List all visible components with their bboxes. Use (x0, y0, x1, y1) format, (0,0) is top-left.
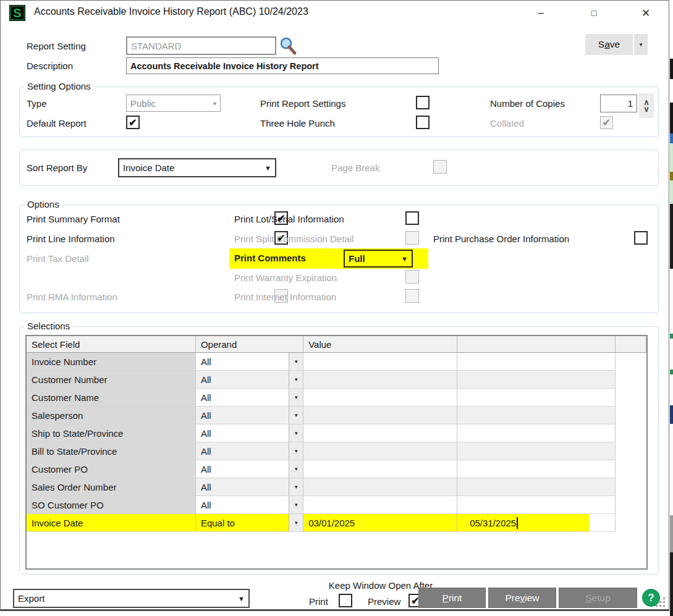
value2-cell[interactable]: 05/31/2025 (457, 514, 616, 532)
chevron-down-icon[interactable]: ▾ (289, 389, 303, 406)
value2-cell[interactable] (457, 407, 616, 424)
chevron-down-icon[interactable]: ▾ (289, 353, 303, 370)
chevron-down-icon[interactable]: ▾ (289, 460, 303, 478)
print-lot-serial-information-label: Print Lot/Serial Information (234, 214, 344, 224)
table-row: SO Customer PO All▾ (27, 496, 646, 514)
number-of-copies-stepper[interactable]: ∧∨ (639, 93, 654, 118)
value2-cell[interactable] (457, 460, 616, 478)
dialog-window: S Accounts Receivable Invoice History Re… (0, 0, 669, 611)
operand-cell[interactable]: All▾ (196, 371, 303, 389)
print-report-settings-checkbox[interactable] (416, 96, 430, 109)
maximize-button[interactable]: □ (584, 6, 604, 20)
window-title: Accounts Receivable Invoice History Repo… (34, 6, 308, 17)
setup-button: Setup (559, 588, 637, 608)
keep-open-print-label: Print (309, 596, 328, 607)
chevron-down-icon: ▾ (640, 41, 643, 48)
value2-cell[interactable] (457, 424, 616, 442)
text-cursor (517, 517, 518, 529)
operand-cell[interactable]: All▾ (196, 460, 303, 478)
value-cell[interactable] (303, 371, 457, 389)
chevron-down-icon[interactable]: ▾ (289, 442, 303, 460)
value2-cell[interactable] (457, 353, 616, 371)
background-artifact (670, 180, 673, 204)
minimize-button[interactable]: – (531, 6, 551, 20)
chevron-down-icon[interactable]: ▾ (289, 514, 303, 531)
table-row: Bill to State/Province All▾ (27, 442, 646, 460)
value-cell[interactable] (303, 407, 457, 424)
value-cell[interactable] (303, 496, 457, 514)
chevron-down-icon: ▼ (238, 595, 245, 602)
default-report-checkbox[interactable] (126, 116, 140, 129)
number-of-copies-input[interactable]: 1 (600, 95, 637, 112)
chevron-down-icon[interactable]: ▾ (289, 371, 303, 388)
value-cell[interactable] (303, 424, 457, 442)
operand-cell[interactable]: Equal to▾ (196, 514, 303, 532)
save-dropdown-button[interactable]: ▾ (634, 34, 648, 55)
sort-report-by-label: Sort Report By (27, 162, 87, 173)
print-comments-dropdown[interactable]: Full ▼ (344, 250, 413, 268)
background-artifact (670, 79, 673, 103)
table-header-row: Select Field Operand Value (27, 336, 646, 353)
value2-cell[interactable] (457, 371, 616, 389)
operand-cell[interactable]: All▾ (196, 478, 303, 496)
value-cell[interactable] (303, 442, 457, 460)
operand-cell[interactable]: All▾ (196, 442, 303, 460)
background-artifact (670, 515, 673, 552)
value-cell[interactable] (303, 460, 457, 478)
print-internet-information-label: Print Internet Information (234, 292, 336, 302)
lookup-magnifier-icon[interactable] (279, 36, 297, 56)
value2-cell[interactable] (457, 478, 616, 496)
page-break-checkbox (433, 160, 447, 174)
value-cell[interactable] (303, 353, 457, 371)
sage-app-icon: S (9, 5, 25, 21)
chevron-down-icon: ▼ (401, 255, 408, 263)
value-cell[interactable] (303, 389, 457, 407)
description-input[interactable]: Accounts Receivable Invoice History Repo… (126, 57, 439, 74)
export-dropdown[interactable]: Export▼ (13, 589, 250, 608)
selections-legend: Selections (24, 321, 73, 331)
print-comments-label: Print Comments (234, 253, 306, 263)
value2-cell[interactable] (457, 442, 616, 460)
operand-cell[interactable]: All▾ (196, 353, 303, 371)
number-of-copies-label: Number of Copies (490, 98, 565, 109)
print-internet-information-checkbox (405, 289, 419, 303)
print-split-commission-detail-label: Print Split Commission Detail (234, 234, 353, 244)
keep-open-print-checkbox[interactable] (339, 594, 352, 607)
report-setting-label: Report Setting (27, 41, 86, 51)
default-report-label: Default Report (27, 118, 87, 129)
type-dropdown[interactable]: Public▾ (126, 95, 221, 112)
table-row: Customer Name All▾ (27, 389, 646, 407)
report-setting-input[interactable]: STANDARD (126, 36, 276, 55)
background-artifact (670, 424, 673, 515)
print-summary-format-label: Print Summary Format (27, 214, 120, 224)
background-artifact (670, 405, 673, 424)
close-button[interactable]: ✕ (636, 6, 656, 20)
chevron-down-icon[interactable]: ▾ (289, 496, 303, 513)
operand-cell[interactable]: All▾ (196, 389, 303, 407)
options-legend: Options (24, 199, 62, 209)
chevron-down-icon[interactable]: ∨ (643, 106, 650, 112)
setting-options-legend: Setting Options (24, 81, 94, 91)
resize-grip[interactable] (656, 597, 667, 609)
print-button[interactable]: Print (418, 588, 486, 608)
background-artifact (670, 334, 673, 339)
save-button[interactable]: Save (585, 34, 633, 55)
print-lot-serial-information-checkbox[interactable] (405, 211, 419, 225)
chevron-down-icon[interactable]: ▾ (289, 478, 303, 496)
operand-cell[interactable]: All▾ (196, 496, 303, 514)
sort-report-by-dropdown[interactable]: Invoice Date▼ (118, 158, 276, 177)
preview-button[interactable]: Preview (488, 588, 556, 608)
table-row: Salesperson All▾ (27, 407, 646, 424)
value-cell[interactable]: 03/01/2025 (303, 514, 457, 532)
chevron-down-icon[interactable]: ▾ (289, 424, 303, 442)
operand-cell[interactable]: All▾ (196, 407, 303, 424)
value2-cell[interactable] (457, 496, 616, 514)
chevron-down-icon[interactable]: ▾ (289, 407, 303, 424)
print-warranty-expiration-label: Print Warranty Expiration (234, 272, 337, 283)
print-purchase-order-information-checkbox[interactable] (634, 231, 648, 245)
value-cell[interactable] (303, 478, 457, 496)
page-break-label: Page Break (331, 162, 379, 173)
three-hole-punch-checkbox[interactable] (416, 116, 430, 129)
operand-cell[interactable]: All▾ (196, 424, 303, 442)
value2-cell[interactable] (457, 389, 616, 407)
